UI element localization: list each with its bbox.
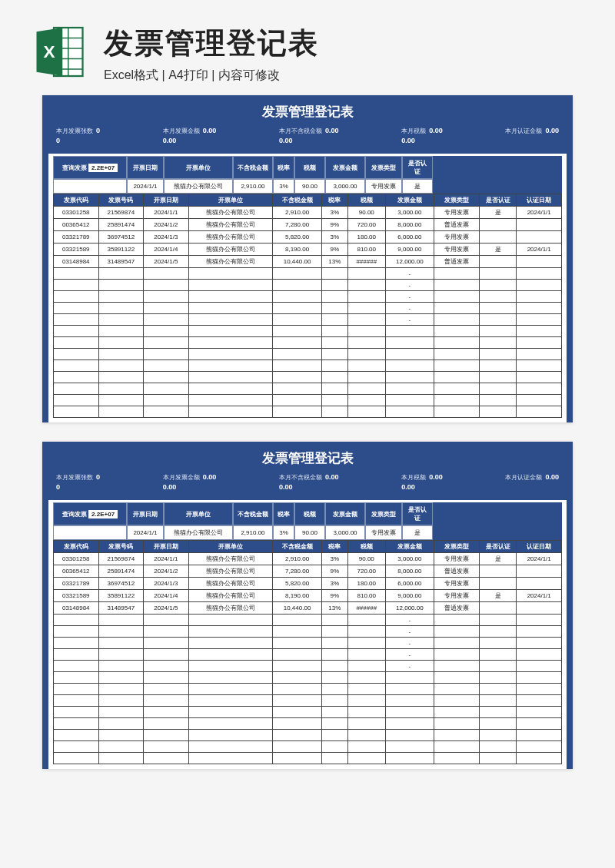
- table-cell[interactable]: 7,280.00: [273, 219, 321, 231]
- table-cell[interactable]: -: [385, 626, 434, 638]
- table-cell[interactable]: [54, 718, 99, 730]
- table-cell[interactable]: 熊猫办公有限公司: [188, 578, 273, 590]
- table-cell[interactable]: [434, 268, 480, 280]
- table-cell[interactable]: 810.00: [347, 244, 385, 256]
- table-cell[interactable]: [188, 672, 273, 684]
- table-cell[interactable]: 9%: [321, 244, 347, 256]
- table-cell[interactable]: [144, 395, 189, 406]
- table-cell[interactable]: [144, 661, 189, 672]
- table-cell[interactable]: [144, 337, 189, 349]
- table-cell[interactable]: [479, 337, 517, 349]
- table-cell[interactable]: [517, 649, 562, 661]
- table-cell[interactable]: [144, 638, 189, 649]
- table-cell[interactable]: [479, 256, 517, 268]
- table-cell[interactable]: 35891122: [98, 590, 144, 602]
- table-cell[interactable]: [517, 256, 562, 268]
- table-cell[interactable]: 13%: [321, 602, 347, 615]
- table-cell[interactable]: [188, 707, 273, 718]
- table-cell[interactable]: 熊猫办公有限公司: [188, 244, 273, 256]
- table-cell[interactable]: [517, 730, 562, 741]
- table-cell[interactable]: [273, 406, 321, 418]
- table-cell[interactable]: [434, 349, 480, 360]
- table-cell[interactable]: [98, 395, 144, 406]
- table-cell[interactable]: [273, 672, 321, 684]
- table-cell[interactable]: [144, 695, 189, 707]
- table-cell[interactable]: [479, 268, 517, 280]
- table-cell[interactable]: [321, 360, 347, 372]
- table-cell[interactable]: [144, 741, 189, 753]
- table-cell[interactable]: [517, 303, 562, 314]
- table-cell[interactable]: [54, 372, 99, 383]
- table-cell[interactable]: [479, 753, 517, 764]
- table-cell[interactable]: 36974512: [98, 231, 144, 244]
- table-cell[interactable]: [98, 337, 144, 349]
- search-input[interactable]: 2.2E+07: [88, 164, 118, 172]
- table-cell[interactable]: 9,000.00: [385, 590, 434, 602]
- table-cell[interactable]: [273, 661, 321, 672]
- table-cell[interactable]: [347, 395, 385, 406]
- table-cell[interactable]: [347, 349, 385, 360]
- table-cell[interactable]: [273, 280, 321, 291]
- table-cell[interactable]: [479, 219, 517, 231]
- table-cell[interactable]: [321, 753, 347, 764]
- table-cell[interactable]: 03321589: [54, 590, 99, 602]
- table-cell[interactable]: [385, 684, 434, 695]
- table-cell[interactable]: [273, 395, 321, 406]
- table-cell[interactable]: 00365412: [54, 565, 99, 578]
- table-cell[interactable]: [188, 649, 273, 661]
- table-cell[interactable]: [98, 372, 144, 383]
- table-cell[interactable]: [273, 291, 321, 303]
- table-cell[interactable]: [434, 406, 480, 418]
- table-cell[interactable]: [54, 649, 99, 661]
- table-cell[interactable]: [54, 615, 99, 626]
- table-cell[interactable]: [54, 741, 99, 753]
- table-cell[interactable]: [144, 707, 189, 718]
- table-cell[interactable]: [434, 695, 480, 707]
- table-cell[interactable]: [385, 395, 434, 406]
- table-cell[interactable]: [98, 268, 144, 280]
- table-cell[interactable]: [517, 578, 562, 590]
- table-cell[interactable]: [188, 314, 273, 326]
- table-cell[interactable]: 2024/1/1: [517, 244, 562, 256]
- table-cell[interactable]: [54, 303, 99, 314]
- table-cell[interactable]: [54, 395, 99, 406]
- table-cell[interactable]: [144, 268, 189, 280]
- table-cell[interactable]: [98, 661, 144, 672]
- table-cell[interactable]: [321, 741, 347, 753]
- table-cell[interactable]: [54, 314, 99, 326]
- table-cell[interactable]: [321, 626, 347, 638]
- table-cell[interactable]: 35891122: [98, 244, 144, 256]
- table-cell[interactable]: [98, 672, 144, 684]
- table-cell[interactable]: -: [385, 280, 434, 291]
- table-cell[interactable]: [479, 615, 517, 626]
- table-cell[interactable]: [273, 615, 321, 626]
- table-cell[interactable]: [517, 707, 562, 718]
- table-cell[interactable]: [479, 672, 517, 684]
- table-cell[interactable]: [188, 661, 273, 672]
- table-cell[interactable]: 3,000.00: [385, 553, 434, 565]
- table-cell[interactable]: [144, 649, 189, 661]
- table-cell[interactable]: [434, 741, 480, 753]
- table-cell[interactable]: [273, 707, 321, 718]
- table-cell[interactable]: 31489547: [98, 256, 144, 268]
- table-cell[interactable]: [144, 291, 189, 303]
- table-cell[interactable]: 12,000.00: [385, 602, 434, 615]
- table-cell[interactable]: 00365412: [54, 219, 99, 231]
- table-cell[interactable]: [54, 753, 99, 764]
- table-cell[interactable]: [321, 337, 347, 349]
- table-cell[interactable]: [188, 372, 273, 383]
- table-cell[interactable]: [517, 741, 562, 753]
- table-cell[interactable]: [188, 268, 273, 280]
- table-cell[interactable]: [347, 360, 385, 372]
- table-cell[interactable]: [98, 638, 144, 649]
- table-cell[interactable]: 10,440.00: [273, 256, 321, 268]
- table-cell[interactable]: [54, 337, 99, 349]
- table-cell[interactable]: -: [385, 268, 434, 280]
- table-cell[interactable]: [273, 303, 321, 314]
- table-cell[interactable]: [321, 383, 347, 395]
- table-cell[interactable]: 3,000.00: [385, 207, 434, 219]
- table-cell[interactable]: [273, 718, 321, 730]
- table-cell[interactable]: [321, 314, 347, 326]
- table-cell[interactable]: [98, 753, 144, 764]
- table-cell[interactable]: [54, 684, 99, 695]
